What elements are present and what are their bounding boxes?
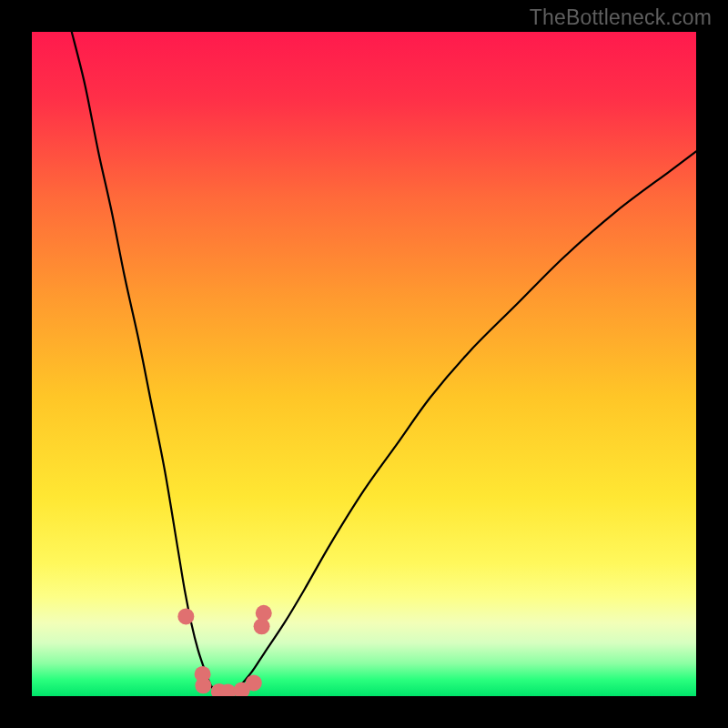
watermark-text: TheBottleneck.com: [530, 5, 712, 30]
data-marker: [256, 605, 272, 622]
curve-left-branch: [72, 32, 218, 693]
curve-right-branch: [231, 151, 696, 693]
data-marker: [177, 608, 194, 624]
data-marker: [195, 677, 211, 693]
data-marker: [246, 674, 262, 691]
chart-frame: TheBottleneck.com: [0, 0, 728, 728]
data-markers: [177, 605, 271, 696]
plot-area: [32, 32, 696, 696]
curve-layer: [32, 32, 696, 696]
